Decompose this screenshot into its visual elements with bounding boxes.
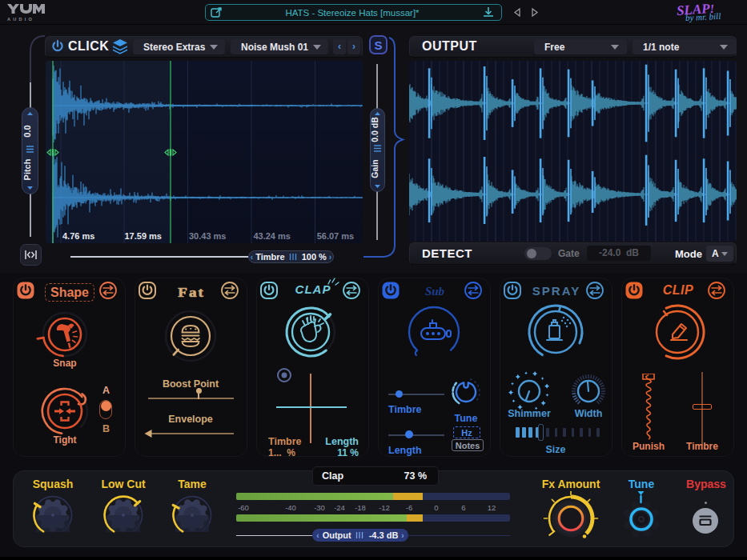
svg-text:0.0 dB: 0.0 dB bbox=[370, 117, 380, 142]
svg-text:0.0: 0.0 bbox=[22, 125, 32, 137]
svg-text:4.76 ms: 4.76 ms bbox=[62, 231, 94, 241]
svg-text:17.59 ms: 17.59 ms bbox=[125, 231, 162, 241]
svg-text:43.24 ms: 43.24 ms bbox=[253, 231, 290, 241]
svg-text:30.43 ms: 30.43 ms bbox=[189, 231, 226, 241]
svg-text:56.07 ms: 56.07 ms bbox=[317, 231, 354, 241]
svg-text:AUDIO: AUDIO bbox=[7, 17, 34, 22]
svg-text:Pitch: Pitch bbox=[22, 158, 32, 180]
svg-text:Gain: Gain bbox=[370, 159, 380, 178]
